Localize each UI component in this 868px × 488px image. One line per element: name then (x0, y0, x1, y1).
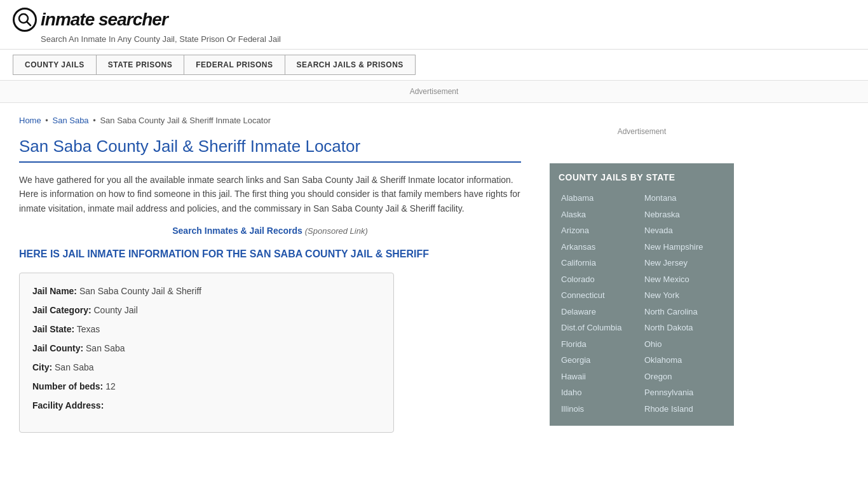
state-link[interactable]: Florida (559, 336, 642, 353)
nav-county-jails-button[interactable]: COUNTY JAILS (13, 55, 97, 75)
jail-state-row: Jail State: Texas (32, 324, 381, 334)
state-link[interactable]: Alabama (559, 190, 642, 207)
logo-area: inmate searcher (13, 8, 855, 32)
state-link[interactable]: Ohio (642, 336, 725, 353)
state-link[interactable]: Georgia (559, 352, 642, 369)
state-col-right: MontanaNebraskaNevadaNew HampshireNew Je… (642, 190, 725, 417)
state-link[interactable]: California (559, 255, 642, 271)
state-link[interactable]: Colorado (559, 271, 642, 288)
state-col-left: AlabamaAlaskaArizonaArkansasCaliforniaCo… (559, 190, 642, 417)
jail-county-val: San Saba (86, 343, 125, 353)
svg-line-1 (27, 22, 31, 26)
page-title: San Saba County Jail & Sheriff Inmate Lo… (19, 137, 521, 163)
info-card: Jail Name: San Saba County Jail & Sherif… (19, 273, 394, 433)
state-link[interactable]: New Jersey (642, 255, 725, 271)
jail-state-label: Jail State: (32, 324, 74, 334)
sidebar: Advertisement COUNTY JAILS BY STATE Alab… (540, 103, 743, 445)
state-link[interactable]: North Carolina (642, 304, 725, 320)
state-link[interactable]: Montana (642, 190, 725, 207)
jail-county-label: Jail County: (32, 343, 83, 353)
state-link[interactable]: Arkansas (559, 239, 642, 255)
state-link[interactable]: New Mexico (642, 271, 725, 288)
section-heading: HERE IS JAIL INMATE INFORMATION FOR THE … (19, 248, 521, 260)
state-link[interactable]: Rhode Island (642, 401, 725, 417)
tagline: Search An Inmate In Any County Jail, Sta… (41, 34, 855, 44)
state-link[interactable]: Oklahoma (642, 352, 725, 369)
breadcrumb-sep1: • (45, 116, 50, 125)
jail-city-label: City: (32, 362, 52, 372)
jail-name-row: Jail Name: San Saba County Jail & Sherif… (32, 286, 381, 296)
state-link[interactable]: New York (642, 287, 725, 304)
nav-federal-prisons-button[interactable]: FEDERAL PRISONS (184, 55, 285, 75)
state-link[interactable]: Arizona (559, 222, 642, 239)
main-content: Home • San Saba • San Saba County Jail &… (0, 103, 540, 445)
state-link[interactable]: Alaska (559, 207, 642, 223)
state-link[interactable]: Pennsylvania (642, 384, 725, 401)
jail-beds-val: 12 (105, 381, 116, 391)
state-link[interactable]: Nevada (642, 222, 725, 239)
state-link[interactable]: Connecticut (559, 287, 642, 304)
main-layout: Home • San Saba • San Saba County Jail &… (0, 103, 868, 445)
state-link[interactable]: Dist.of Columbia (559, 320, 642, 336)
jail-category-label: Jail Category: (32, 305, 92, 315)
state-link[interactable]: Idaho (559, 384, 642, 401)
logo-text: inmate searcher (41, 10, 168, 30)
breadcrumb-home-link[interactable]: Home (19, 116, 41, 125)
jail-category-row: Jail Category: County Jail (32, 305, 381, 315)
breadcrumb: Home • San Saba • San Saba County Jail &… (19, 116, 521, 125)
state-list-title: COUNTY JAILS BY STATE (559, 172, 725, 182)
breadcrumb-parent-link[interactable]: San Saba (52, 116, 88, 125)
jail-county-row: Jail County: San Saba (32, 343, 381, 353)
state-columns: AlabamaAlaskaArizonaArkansasCaliforniaCo… (559, 190, 725, 417)
sponsored-link-area: Search Inmates & Jail Records (Sponsored… (19, 226, 521, 236)
jail-state-val: Texas (77, 324, 100, 334)
jail-name-val: San Saba County Jail & Sheriff (79, 286, 201, 296)
logo-icon (13, 8, 37, 32)
jail-address-row: Facility Address: (32, 400, 381, 410)
nav-bar: COUNTY JAILS STATE PRISONS FEDERAL PRISO… (0, 50, 868, 80)
header: inmate searcher Search An Inmate In Any … (0, 0, 868, 50)
jail-beds-row: Number of beds: 12 (32, 381, 381, 391)
nav-state-prisons-button[interactable]: STATE PRISONS (97, 55, 184, 75)
ad-banner: Advertisement (0, 80, 868, 103)
state-link[interactable]: New Hampshire (642, 239, 725, 255)
jail-address-label: Facility Address: (32, 400, 104, 410)
description-text: We have gathered for you all the availab… (19, 173, 521, 215)
state-link[interactable]: Illinois (559, 401, 642, 417)
state-link[interactable]: Hawaii (559, 369, 642, 385)
breadcrumb-sep2: • (93, 116, 98, 125)
state-list-box: COUNTY JAILS BY STATE AlabamaAlaskaArizo… (550, 163, 734, 426)
jail-beds-label: Number of beds: (32, 381, 103, 391)
sponsored-link[interactable]: Search Inmates & Jail Records (172, 226, 302, 236)
breadcrumb-current: San Saba County Jail & Sheriff Inmate Lo… (100, 116, 271, 125)
sponsored-suffix: (Sponsored Link) (305, 226, 368, 236)
state-link[interactable]: Nebraska (642, 207, 725, 223)
jail-city-val: San Saba (55, 362, 94, 372)
jail-cat-val: County Jail (93, 305, 137, 315)
sidebar-ad: Advertisement (550, 112, 734, 151)
state-link[interactable]: Oregon (642, 369, 725, 385)
jail-city-row: City: San Saba (32, 362, 381, 372)
nav-search-button[interactable]: SEARCH JAILS & PRISONS (285, 55, 416, 75)
state-link[interactable]: North Dakota (642, 320, 725, 336)
jail-name-label: Jail Name: (32, 286, 77, 296)
state-link[interactable]: Delaware (559, 304, 642, 320)
